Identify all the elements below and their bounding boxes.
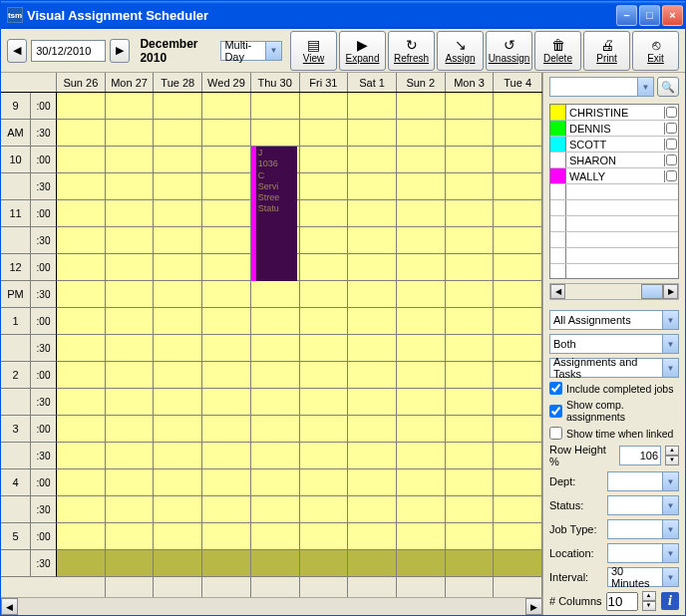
time-slot[interactable] xyxy=(300,93,348,120)
day-column[interactable] xyxy=(494,93,542,597)
time-slot[interactable] xyxy=(57,93,105,120)
time-slot[interactable] xyxy=(446,416,494,443)
day-column[interactable] xyxy=(397,93,446,597)
time-slot[interactable] xyxy=(106,469,154,496)
prev-button[interactable]: ◀ xyxy=(7,39,27,63)
time-slot[interactable] xyxy=(202,362,250,389)
time-slot[interactable] xyxy=(494,469,541,496)
date-input[interactable] xyxy=(31,40,106,62)
exit-button[interactable]: ⎋Exit xyxy=(632,31,679,71)
time-slot[interactable] xyxy=(397,227,445,254)
time-slot[interactable] xyxy=(106,254,154,281)
time-slot[interactable] xyxy=(106,200,154,227)
time-slot[interactable] xyxy=(57,173,105,200)
technician-list[interactable]: CHRISTINEDENNISSCOTTSHARONWALLY xyxy=(549,104,679,279)
time-slot[interactable] xyxy=(300,254,348,281)
time-slot[interactable] xyxy=(57,550,105,577)
time-slot[interactable] xyxy=(300,308,348,335)
time-slot[interactable] xyxy=(348,173,396,200)
time-slot[interactable] xyxy=(300,416,348,443)
chk-include-completed[interactable]: Include completed jobs xyxy=(549,382,679,395)
time-slot[interactable] xyxy=(348,254,396,281)
time-slot[interactable] xyxy=(397,550,445,577)
dept-select[interactable]: ▼ xyxy=(607,471,679,491)
time-slot[interactable] xyxy=(106,362,154,389)
time-slot[interactable] xyxy=(251,335,299,362)
time-slot[interactable] xyxy=(154,93,201,120)
time-slot[interactable] xyxy=(106,308,154,335)
time-slot[interactable] xyxy=(251,496,299,523)
time-slot[interactable] xyxy=(106,550,154,577)
expand-button[interactable]: ▶Expand xyxy=(339,31,386,71)
time-slot[interactable] xyxy=(494,443,541,469)
technician-row[interactable]: CHRISTINE xyxy=(550,105,678,121)
spinner-down-icon[interactable]: ▼ xyxy=(665,456,679,465)
time-slot[interactable] xyxy=(446,200,494,227)
time-slot[interactable] xyxy=(154,496,201,523)
info-button[interactable]: i xyxy=(661,592,679,610)
day-header[interactable]: Sat 1 xyxy=(348,73,397,92)
time-slot[interactable] xyxy=(106,147,154,173)
jobtype-select[interactable]: ▼ xyxy=(607,519,679,539)
time-slot[interactable] xyxy=(202,335,250,362)
day-header[interactable]: Tue 4 xyxy=(494,73,542,92)
time-slot[interactable] xyxy=(300,335,348,362)
time-slot[interactable] xyxy=(57,362,105,389)
time-slot[interactable] xyxy=(57,335,105,362)
time-slot[interactable] xyxy=(251,469,299,496)
calendar-hscroll[interactable]: ◀ ▶ xyxy=(1,597,542,615)
time-slot[interactable] xyxy=(446,120,494,147)
time-slot[interactable] xyxy=(57,416,105,443)
time-slot[interactable] xyxy=(202,550,250,577)
time-slot[interactable] xyxy=(57,443,105,469)
time-slot[interactable] xyxy=(397,416,445,443)
location-select[interactable]: ▼ xyxy=(607,543,679,563)
time-slot[interactable] xyxy=(202,93,250,120)
scroll-left-icon[interactable]: ◀ xyxy=(1,598,18,615)
day-header[interactable]: Tue 28 xyxy=(154,73,202,92)
time-slot[interactable] xyxy=(57,120,105,147)
time-slot[interactable] xyxy=(251,362,299,389)
time-slot[interactable] xyxy=(446,550,494,577)
time-slot[interactable] xyxy=(494,362,541,389)
time-slot[interactable] xyxy=(300,120,348,147)
technician-row[interactable]: SCOTT xyxy=(550,137,678,153)
time-slot[interactable] xyxy=(494,550,541,577)
time-slot[interactable] xyxy=(300,200,348,227)
time-slot[interactable] xyxy=(397,389,445,416)
techlist-hscroll[interactable]: ◀ ▶ xyxy=(549,283,679,300)
time-slot[interactable] xyxy=(300,227,348,254)
time-slot[interactable] xyxy=(106,335,154,362)
day-column[interactable] xyxy=(57,93,106,597)
calendar-body[interactable]: 9:00AM:3010:00:3011:00:3012:00PM:301:00:… xyxy=(1,93,542,597)
unassign-button[interactable]: ↺Unassign xyxy=(486,31,532,71)
time-slot[interactable] xyxy=(494,308,541,335)
time-slot[interactable] xyxy=(348,443,396,469)
appointment-block[interactable]: J1036CServiStreeStatu xyxy=(251,147,298,281)
day-column[interactable] xyxy=(202,93,251,597)
day-header[interactable]: Sun 26 xyxy=(57,73,106,92)
scroll-right-icon[interactable]: ▶ xyxy=(525,598,542,615)
time-slot[interactable] xyxy=(348,200,396,227)
spinner-up-icon[interactable]: ▲ xyxy=(665,446,679,456)
time-slot[interactable] xyxy=(348,362,396,389)
technician-checkbox[interactable] xyxy=(666,139,677,150)
time-slot[interactable] xyxy=(57,308,105,335)
time-slot[interactable] xyxy=(397,200,445,227)
maximize-button[interactable]: □ xyxy=(639,5,660,26)
time-slot[interactable] xyxy=(202,443,250,469)
time-slot[interactable] xyxy=(397,120,445,147)
techscroll-left-icon[interactable]: ◀ xyxy=(550,284,565,299)
time-slot[interactable] xyxy=(494,173,541,200)
time-slot[interactable] xyxy=(154,469,201,496)
status-select[interactable]: ▼ xyxy=(607,495,679,515)
time-slot[interactable] xyxy=(154,389,201,416)
time-slot[interactable] xyxy=(348,469,396,496)
refresh-button[interactable]: ↻Refresh xyxy=(388,31,435,71)
day-header[interactable]: Sun 2 xyxy=(397,73,446,92)
search-button[interactable]: 🔍 xyxy=(657,77,679,97)
technician-row[interactable]: DENNIS xyxy=(550,121,678,137)
day-column[interactable] xyxy=(348,93,397,597)
day-column[interactable] xyxy=(106,93,155,597)
time-slot[interactable] xyxy=(348,496,396,523)
